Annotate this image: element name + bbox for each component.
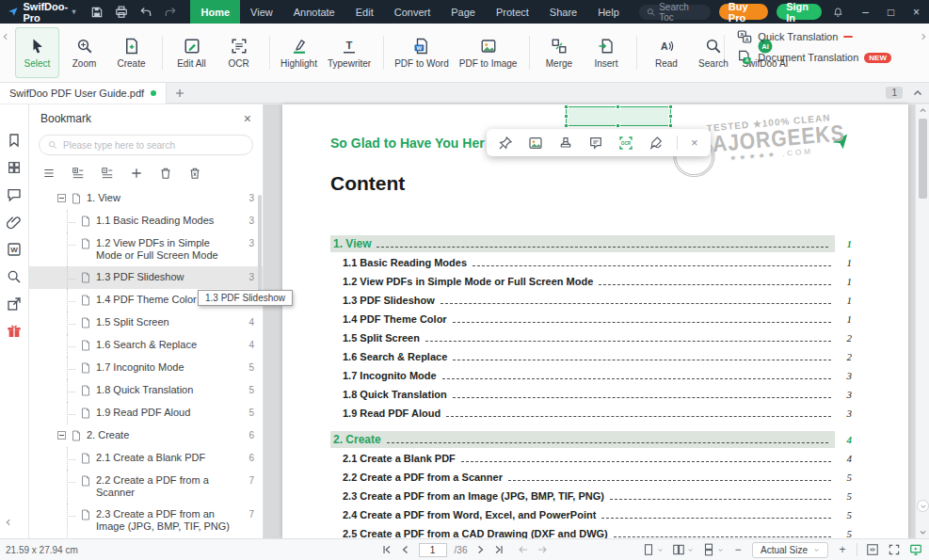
- bookmark-item[interactable]: 1.7 Incognito Mode 5: [29, 357, 263, 379]
- menu-tab[interactable]: Protect: [486, 0, 539, 24]
- bookmark-item[interactable]: 1.3 PDF Slideshow 3: [29, 266, 263, 289]
- toc-entry[interactable]: 1.7 Incognito Mode 3: [330, 366, 852, 385]
- scroll-down-icon[interactable]: [916, 528, 929, 536]
- redo-icon[interactable]: [164, 6, 177, 19]
- bookmark-item[interactable]: 2.3 Create a PDF from an Image (JPG, BMP…: [29, 504, 263, 537]
- sign-in-button[interactable]: Sign In: [777, 4, 822, 20]
- bookmark-item[interactable]: 1.5 Split Screen 4: [29, 312, 263, 334]
- toc-entry[interactable]: 2.2 Create a PDF from a Scanner 5: [330, 468, 852, 487]
- resize-handle[interactable]: [564, 123, 569, 128]
- next-page-shortcut-icon[interactable]: [917, 500, 929, 512]
- scroll-up-icon[interactable]: [916, 106, 929, 115]
- bookmark-item[interactable]: 2.2 Create a PDF from a Scanner 7: [29, 470, 263, 504]
- close-button[interactable]: ×: [904, 0, 929, 24]
- panel-collapse-icon[interactable]: [4, 518, 13, 527]
- panel-scrollbar[interactable]: [258, 195, 262, 298]
- document-tab[interactable]: SwifDoo PDF User Guide.pdf: [0, 83, 167, 104]
- toc-entry[interactable]: 2. Create 4: [330, 430, 852, 449]
- resize-handle[interactable]: [668, 123, 673, 128]
- bookmark-item[interactable]: 1. View 3: [29, 187, 263, 210]
- bookmark-item[interactable]: 1.1 Basic Reading Modes 3: [29, 210, 263, 232]
- document-translation-tool[interactable]: Document Translation NEW: [737, 50, 891, 65]
- collapse-ribbon-icon[interactable]: [912, 88, 923, 99]
- close-icon[interactable]: ×: [691, 136, 698, 150]
- menu-tab[interactable]: Convert: [384, 0, 441, 24]
- zoom-in-button[interactable]: +: [837, 543, 848, 556]
- typewriter-tool[interactable]: Typewriter: [324, 27, 375, 78]
- page-number-input[interactable]: [419, 543, 447, 557]
- resize-handle[interactable]: [616, 104, 620, 109]
- ocr-tool[interactable]: OCR: [216, 27, 261, 78]
- minimize-button[interactable]: –: [853, 0, 878, 24]
- toc-entry[interactable]: 1.4 PDF Theme Color 1: [330, 310, 852, 328]
- menu-tab[interactable]: Share: [539, 0, 587, 24]
- print-icon[interactable]: [115, 6, 128, 19]
- toc-entry[interactable]: 1.8 Quick Translation 3: [330, 385, 852, 404]
- pdf-page[interactable]: So Glad to Have You Her TESTED ★100% CLE…: [282, 104, 908, 538]
- menu-tab[interactable]: Annotate: [283, 0, 345, 24]
- menu-tab[interactable]: View: [240, 0, 283, 24]
- toc-entry[interactable]: 1.1 Basic Reading Modes 1: [330, 253, 852, 272]
- dotted-leader: [473, 265, 831, 266]
- undo-icon[interactable]: [139, 6, 152, 19]
- resize-handle[interactable]: [616, 123, 620, 128]
- bookmark-item[interactable]: 1.6 Search & Replace 4: [29, 334, 263, 357]
- resize-handle[interactable]: [668, 104, 673, 109]
- read-tool[interactable]: Read: [644, 27, 688, 78]
- toc-entry[interactable]: 1.5 Split Screen 2: [330, 328, 852, 347]
- collapse-toggle-icon[interactable]: [57, 194, 66, 202]
- menu-tab[interactable]: Home: [190, 0, 240, 24]
- translation-tools: Quick Translation Document Translation N…: [724, 29, 891, 65]
- save-icon[interactable]: [90, 6, 104, 19]
- toc-entry[interactable]: 1.6 Search & Replace 2: [330, 347, 852, 366]
- resize-handle[interactable]: [668, 114, 673, 119]
- quick-translation-tool[interactable]: Quick Translation: [737, 29, 891, 44]
- create-tool[interactable]: Create: [109, 27, 153, 78]
- toc-entry[interactable]: 2.3 Create a PDF from an Image (JPG, BMP…: [330, 487, 852, 505]
- collapse-toggle-icon[interactable]: [57, 431, 66, 440]
- maximize-button[interactable]: □: [878, 0, 904, 24]
- resize-handle[interactable]: [564, 104, 569, 109]
- merge-tool[interactable]: Merge: [537, 27, 581, 78]
- buy-pro-button[interactable]: Buy Pro: [719, 4, 768, 20]
- toc-entry[interactable]: 1.3 PDF Slideshow 1: [330, 291, 852, 310]
- toc-title: Content: [330, 172, 405, 195]
- menu-tab[interactable]: Help: [587, 0, 630, 24]
- ribbon-scroll-left-icon[interactable]: [0, 23, 11, 51]
- close-panel-icon[interactable]: ×: [244, 111, 251, 126]
- pdf-to-image-tool[interactable]: PDF to Image: [456, 27, 521, 78]
- zoom-level-select[interactable]: Actual Size: [752, 542, 828, 558]
- notification-bell-icon[interactable]: [833, 6, 843, 19]
- zoom-tool[interactable]: Zoom: [62, 27, 106, 78]
- selection-box[interactable]: [566, 106, 671, 126]
- bookmark-item[interactable]: 2. Create 6: [29, 424, 263, 447]
- dotted-leader: [387, 442, 828, 443]
- pdf-to-word-tool[interactable]: PDF to Word: [391, 27, 453, 78]
- select-tool[interactable]: Select: [15, 27, 59, 78]
- app-menu[interactable]: SwifDoo-Pro ▾: [24, 1, 76, 24]
- page-icon: [80, 272, 91, 283]
- ribbon-scroll-right-icon[interactable]: [918, 23, 929, 51]
- new-tab-button[interactable]: [174, 88, 185, 99]
- next-page-icon: [474, 544, 486, 555]
- bookmark-search-input[interactable]: Please type here to search: [39, 135, 253, 155]
- insert-tool[interactable]: Insert: [584, 27, 628, 78]
- toc-entry[interactable]: 2.1 Create a Blank PDF 4: [330, 449, 852, 468]
- titlebar-search-input[interactable]: Search Toc: [639, 5, 711, 20]
- edit-all-tool[interactable]: Edit All: [169, 27, 214, 78]
- vertical-scrollbar[interactable]: [915, 104, 929, 538]
- toc-entry[interactable]: 1. View 1: [330, 234, 852, 253]
- resize-handle[interactable]: [564, 114, 569, 119]
- bookmark-item[interactable]: 1.8 Quick Translation 5: [29, 379, 263, 402]
- menu-tab[interactable]: Page: [440, 0, 486, 24]
- toc-entry[interactable]: 1.2 View PDFs in Simple Mode or Full Scr…: [330, 272, 852, 291]
- bookmark-item[interactable]: 2.1 Create a Blank PDF 6: [29, 447, 263, 470]
- zoom-out-button[interactable]: −: [732, 543, 744, 556]
- highlight-tool[interactable]: Highlight: [277, 27, 321, 78]
- menu-tab[interactable]: Edit: [345, 0, 384, 24]
- bookmark-item[interactable]: 1.9 Read PDF Aloud 5: [29, 402, 263, 424]
- toc-entry[interactable]: 1.9 Read PDF Aloud 3: [330, 404, 852, 423]
- toc-entry[interactable]: 2.4 Create a PDF from Word, Excel, and P…: [330, 505, 852, 524]
- bookmark-item[interactable]: 1.2 View PDFs in Simple Mode or Full Scr…: [29, 232, 263, 266]
- scrollbar-thumb[interactable]: [919, 119, 927, 199]
